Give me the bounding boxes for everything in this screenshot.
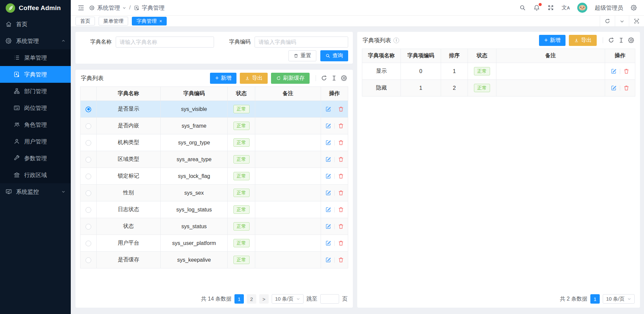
row-height-icon[interactable] xyxy=(331,75,337,81)
query-button[interactable]: 查询 xyxy=(320,50,348,61)
edit-icon[interactable] xyxy=(325,240,331,246)
row-radio[interactable] xyxy=(86,107,91,112)
refresh-table-icon[interactable] xyxy=(608,37,614,44)
row-radio[interactable] xyxy=(86,257,91,263)
next-page-button[interactable]: > xyxy=(259,294,269,304)
dict-export-button[interactable]: 导出 xyxy=(240,73,268,84)
edit-icon[interactable] xyxy=(610,68,617,74)
item-export-button[interactable]: 导出 xyxy=(569,35,597,46)
reset-button[interactable]: 重置 xyxy=(288,50,316,61)
row-radio[interactable] xyxy=(86,224,91,230)
item-add-button[interactable]: +新增 xyxy=(539,35,566,46)
delete-icon[interactable] xyxy=(623,68,630,74)
dict-add-button[interactable]: +新增 xyxy=(210,73,236,84)
table-row[interactable]: 机构类型 sys_org_type 正常 xyxy=(80,134,348,151)
avatar[interactable] xyxy=(577,3,587,13)
row-radio[interactable] xyxy=(86,174,91,179)
sidebar-item-role-mgmt[interactable]: 角色管理 xyxy=(0,116,71,133)
table-row[interactable]: 区域类型 sys_area_type 正常 xyxy=(80,151,348,168)
table-row[interactable]: 用户平台 sys_user_platform 正常 xyxy=(80,235,348,252)
row-radio[interactable] xyxy=(86,190,91,196)
delete-icon[interactable] xyxy=(338,173,344,179)
page-size-select[interactable]: 10 条/页 xyxy=(272,294,304,304)
edit-icon[interactable] xyxy=(325,190,331,196)
breadcrumb-level1[interactable]: 系统管理 xyxy=(97,4,120,12)
download-icon xyxy=(574,38,579,43)
sidebar-item-user-mgmt[interactable]: 用户管理 xyxy=(0,133,71,150)
row-radio[interactable] xyxy=(86,157,91,163)
delete-icon[interactable] xyxy=(338,156,344,163)
edit-icon[interactable] xyxy=(610,85,617,91)
row-radio[interactable] xyxy=(86,123,91,129)
gear-icon xyxy=(5,38,12,44)
sidebar-item-dict-mgmt[interactable]: 字典管理 xyxy=(0,66,71,83)
table-row[interactable]: 显示 0 1 正常 xyxy=(362,63,635,80)
refresh-cache-button[interactable]: 刷新缓存 xyxy=(271,73,310,84)
search-icon[interactable] xyxy=(519,4,526,11)
edit-icon[interactable] xyxy=(325,206,331,213)
page-button-1[interactable]: 1 xyxy=(234,294,244,304)
row-height-icon[interactable] xyxy=(618,37,625,44)
table-row[interactable]: 是否显示 sys_visible 正常 xyxy=(80,101,348,118)
translate-icon[interactable]: 文A xyxy=(561,5,570,10)
dict-code-input[interactable] xyxy=(255,37,348,48)
notifications-button[interactable] xyxy=(533,4,540,11)
sidebar-item-label: 菜单管理 xyxy=(24,54,47,62)
delete-icon[interactable] xyxy=(623,85,630,91)
sidebar-item-dept-mgmt[interactable]: 部门管理 xyxy=(0,83,71,100)
delete-icon[interactable] xyxy=(338,257,344,263)
table-row[interactable]: 日志状态 sys_log_status 正常 xyxy=(80,201,348,218)
table-row[interactable]: 隐藏 1 2 正常 xyxy=(362,80,635,97)
delete-icon[interactable] xyxy=(338,123,344,129)
delete-icon[interactable] xyxy=(338,223,344,230)
row-radio[interactable] xyxy=(86,241,91,246)
breadcrumb-level2[interactable]: 字典管理 xyxy=(142,4,165,12)
edit-icon[interactable] xyxy=(325,123,331,129)
sidebar-item-home[interactable]: 首页 xyxy=(0,16,71,33)
page-button-2[interactable]: 2 xyxy=(247,294,256,304)
delete-icon[interactable] xyxy=(338,106,344,112)
edit-icon[interactable] xyxy=(325,173,331,179)
sidebar-item-menu-mgmt[interactable]: 菜单管理 xyxy=(0,49,71,66)
edit-icon[interactable] xyxy=(325,106,331,112)
edit-icon[interactable] xyxy=(325,156,331,163)
maximize-view-icon[interactable] xyxy=(629,16,644,26)
column-settings-gear-icon[interactable] xyxy=(341,75,347,81)
main-area: 系统管理 / 字典管理 文A 超级管理员 首页 菜单管理 字典管理× xyxy=(71,0,644,314)
sidebar-item-region-mgmt[interactable]: 行政区域 xyxy=(0,167,71,183)
user-name[interactable]: 超级管理员 xyxy=(595,4,623,12)
table-row[interactable]: 状态 sys_status 正常 xyxy=(80,218,348,235)
refresh-table-icon[interactable] xyxy=(321,75,327,81)
tab-home[interactable]: 首页 xyxy=(75,17,95,25)
table-row[interactable]: 锁定标记 sys_lock_flag 正常 xyxy=(80,168,348,185)
delete-icon[interactable] xyxy=(338,206,344,213)
sidebar-item-system[interactable]: 系统管理 xyxy=(0,33,71,49)
tab-menu-mgmt[interactable]: 菜单管理 xyxy=(99,17,128,25)
fullscreen-icon[interactable] xyxy=(547,4,554,11)
table-row[interactable]: 是否内嵌 sys_frame 正常 xyxy=(80,118,348,134)
tab-dict-mgmt[interactable]: 字典管理× xyxy=(132,17,167,25)
page-button-1[interactable]: 1 xyxy=(590,294,600,304)
chevron-down-icon[interactable] xyxy=(615,16,629,26)
sidebar-item-post-mgmt[interactable]: 岗位管理 xyxy=(0,100,71,116)
table-row[interactable]: 性别 sys_sex 正常 xyxy=(80,185,348,201)
settings-gear-icon[interactable] xyxy=(631,4,637,11)
jump-page-input[interactable] xyxy=(320,294,339,304)
column-settings-gear-icon[interactable] xyxy=(628,37,635,44)
delete-icon[interactable] xyxy=(338,190,344,196)
edit-icon[interactable] xyxy=(325,139,331,146)
dict-name-input[interactable] xyxy=(116,37,214,48)
delete-icon[interactable] xyxy=(338,139,344,146)
table-row[interactable]: 是否缓存 sys_keepalive 正常 xyxy=(80,252,348,268)
delete-icon[interactable] xyxy=(338,240,344,246)
page-size-select[interactable]: 10 条/页 xyxy=(603,294,635,304)
refresh-tab-icon[interactable] xyxy=(600,16,615,26)
edit-icon[interactable] xyxy=(325,223,331,230)
sidebar-item-monitor[interactable]: 系统监控 xyxy=(0,183,71,200)
edit-icon[interactable] xyxy=(325,257,331,263)
row-radio[interactable] xyxy=(86,207,91,213)
sidebar-item-param-mgmt[interactable]: 参数管理 xyxy=(0,150,71,167)
row-radio[interactable] xyxy=(86,140,91,146)
sidebar-collapse-icon[interactable] xyxy=(77,4,85,11)
close-icon[interactable]: × xyxy=(159,19,162,23)
